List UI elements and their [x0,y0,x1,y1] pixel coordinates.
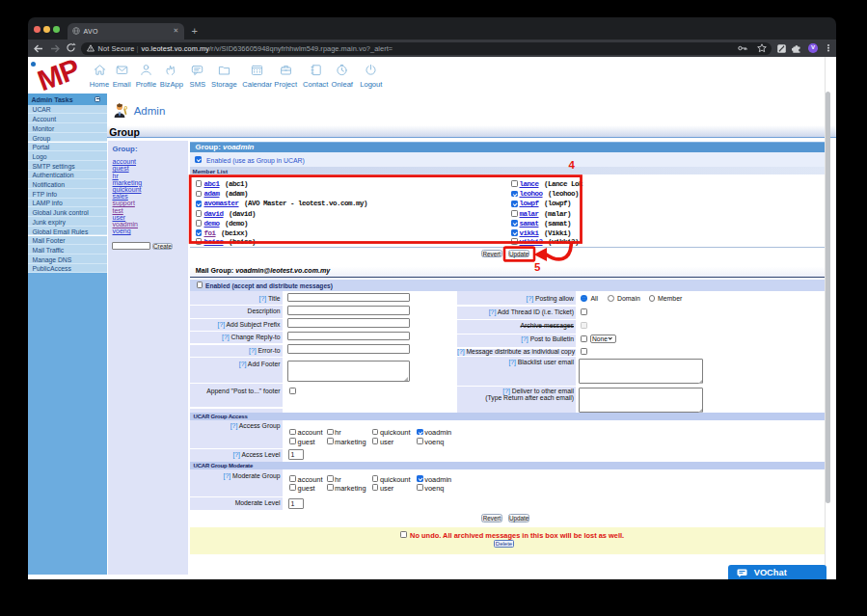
svg-text:4: 4 [569,159,576,171]
svg-text:5: 5 [534,261,541,273]
